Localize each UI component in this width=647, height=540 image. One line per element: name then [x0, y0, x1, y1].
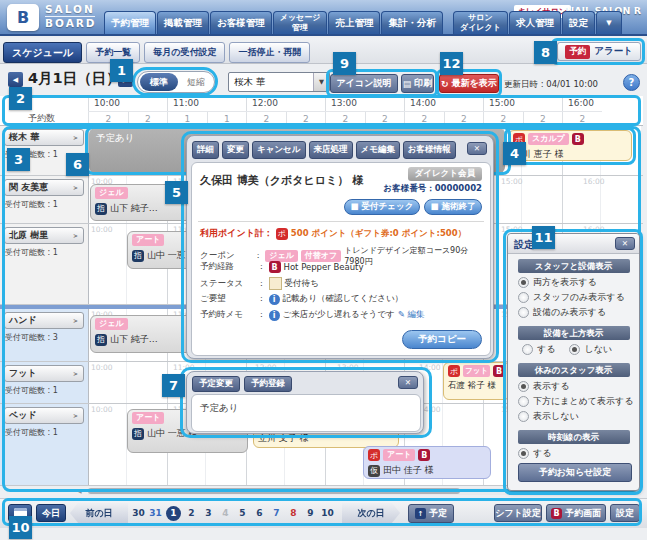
radio-icon[interactable]	[518, 277, 529, 288]
staff-button-sakuragi[interactable]: 桜木 華＞	[4, 129, 84, 146]
copy-booking-button[interactable]: 予約コピー	[402, 330, 482, 349]
booking-card-ishiwata[interactable]: ポフットB 石渡 裕子 様	[443, 362, 510, 400]
date-number[interactable]: 4	[219, 508, 232, 518]
callout-2: 2	[9, 87, 32, 110]
detail-popup-button[interactable]: キャンセル	[252, 141, 306, 159]
nav-tab[interactable]: 求人管理	[509, 11, 561, 34]
nav-tab[interactable]: 集計・分析	[381, 11, 443, 34]
detail-popup-button[interactable]: お客様情報	[403, 141, 456, 159]
prev-day-button[interactable]: 前の日	[70, 503, 128, 523]
nav-tab[interactable]: サロン ダイレクト	[453, 11, 508, 34]
radio-icon[interactable]	[522, 344, 533, 355]
booking-notification-settings-button[interactable]: 予約お知らせ設定	[518, 463, 632, 482]
subnav-button[interactable]: 毎月の受付設定	[144, 42, 225, 63]
date-number[interactable]: 30	[132, 508, 145, 518]
radio-option[interactable]: 表示する	[518, 379, 639, 394]
staff-button-kitahara[interactable]: 北原 樹里＞	[4, 227, 84, 244]
date-number[interactable]: 2	[185, 508, 198, 518]
booking-card-tanaka[interactable]: ポアートB 仮田中 佳子 様	[363, 446, 491, 479]
date-number[interactable]: 8	[287, 508, 300, 518]
nav-tab[interactable]: お客様管理	[210, 11, 272, 34]
nav-tab[interactable]: 売上管理	[328, 11, 380, 34]
radio-icon[interactable]	[518, 381, 529, 392]
subnav-button[interactable]: 一括停止・再開	[229, 42, 310, 63]
menu-badge: ジェル	[95, 187, 128, 199]
view-mode-toggle[interactable]: 標準 短縮	[137, 71, 215, 93]
radio-icon[interactable]	[518, 396, 529, 407]
radio-option[interactable]: しない	[569, 342, 612, 357]
booking-screen-button[interactable]: B 予約画面	[546, 504, 606, 522]
bottom-settings-button[interactable]: 設定	[610, 504, 640, 522]
radio-option[interactable]: 表示しない	[518, 409, 639, 424]
detail-popup-button[interactable]: 詳細	[192, 141, 219, 159]
radio-icon[interactable]	[518, 292, 529, 303]
detail-popup-button[interactable]: 変更	[222, 141, 249, 159]
close-icon[interactable]: ✕	[615, 237, 635, 250]
detail-popup-buttons: 詳細変更キャンセル来店処理メモ編集お客様情報	[192, 141, 456, 159]
radio-option[interactable]: スタッフのみ表示する	[518, 290, 639, 305]
scroll-left-arrow-icon[interactable]: ◀	[77, 487, 82, 494]
change-plan-button[interactable]: 予定変更	[192, 376, 240, 392]
next-day-button[interactable]: 次の日	[342, 503, 400, 523]
equipment-button-hand[interactable]: ハンド＞	[4, 312, 84, 329]
detail-popup-button[interactable]: 来店処理	[309, 141, 353, 159]
radio-icon[interactable]	[518, 411, 529, 422]
request-row: ご要望： i 記載あり（確認してください）	[200, 293, 403, 305]
staff-button-seki[interactable]: 関 友美恵＞	[4, 179, 84, 196]
radio-option[interactable]: 設備のみ表示する	[518, 305, 639, 320]
memo-edit-link[interactable]: ✎ 編集	[398, 309, 425, 321]
booking-card-yamashita-hand[interactable]: ジェル 指山下 純子…	[90, 315, 194, 353]
plan-button[interactable]: ↑ 予定	[408, 504, 454, 523]
toggle-standard[interactable]: 標準	[140, 73, 178, 91]
date-number[interactable]: 1	[166, 506, 181, 521]
date-number[interactable]: 9	[304, 508, 317, 518]
date-number[interactable]: 3	[202, 508, 215, 518]
print-button[interactable]: ▤ 印刷	[401, 74, 434, 93]
brand-text: SALON BOARD	[45, 3, 97, 30]
date-number[interactable]: 31	[149, 508, 162, 518]
close-icon[interactable]: ✕	[467, 142, 487, 155]
equipment-button-bed[interactable]: ベッド＞	[4, 407, 84, 424]
close-icon[interactable]: ✕	[398, 376, 418, 389]
toggle-short[interactable]: 短縮	[178, 76, 214, 89]
radio-option[interactable]: する	[522, 342, 555, 357]
date-number[interactable]: 10	[321, 508, 334, 518]
subnav-button[interactable]: スケジュール	[3, 42, 82, 63]
help-icon[interactable]: ?	[623, 74, 640, 91]
reservation-count-cell: 2	[444, 112, 484, 126]
register-booking-button[interactable]: 予約登録	[244, 376, 292, 392]
date-number[interactable]: 6	[253, 508, 266, 518]
nav-tab[interactable]: メッセージ 管理	[273, 11, 328, 34]
reservation-count-cell: 2	[88, 112, 128, 126]
prev-date-arrow-button[interactable]: ◀	[8, 72, 23, 87]
booking-card-ishikawa[interactable]: ポスカルプB 石川 恵子 様	[508, 130, 632, 161]
radio-icon[interactable]	[518, 448, 529, 459]
treatment-done-button[interactable]: ■ 施術終了	[424, 199, 482, 215]
schedule-popup: 予定変更 予約登録 ✕ 予定あり	[186, 371, 424, 434]
reception-check-button[interactable]: ■ 受付チェック	[344, 199, 420, 215]
today-button[interactable]: 今日	[36, 504, 66, 522]
date-number[interactable]: 7	[270, 508, 283, 518]
radio-icon[interactable]	[518, 307, 529, 318]
nav-tab[interactable]: 予約管理	[104, 11, 156, 34]
radio-option[interactable]: 両方を表示する	[518, 275, 639, 290]
radio-icon[interactable]	[569, 344, 580, 355]
reservation-alert-button[interactable]: 予約 アラート	[557, 42, 641, 61]
detail-popup-button[interactable]: メモ編集	[356, 141, 400, 159]
nav-tab[interactable]: 設定	[562, 11, 595, 34]
nav-tab[interactable]: 掲載管理	[157, 11, 209, 34]
scrollbar-thumb[interactable]	[88, 488, 460, 494]
icon-help-button[interactable]: アイコン説明	[330, 74, 398, 93]
salon-board-app: B SALON BOARD キレイサロン NAIL SALON R 予約管理掲載…	[0, 0, 647, 540]
menu-badge: アート	[132, 412, 164, 424]
radio-option[interactable]: 下方にまとめて表示する	[518, 394, 639, 409]
hotpepper-icon: B	[493, 365, 505, 377]
equipment-button-foot[interactable]: フット＞	[4, 365, 84, 382]
staff-select-dropdown[interactable]: 桜木 華 ▼	[228, 72, 330, 92]
nav-tab[interactable]: ▼	[596, 11, 622, 34]
radio-option[interactable]: する	[518, 446, 639, 461]
chevron-right-icon: ＞	[72, 133, 79, 143]
date-number[interactable]: 5	[236, 508, 249, 518]
refresh-button[interactable]: ↻ 最新を表示	[439, 74, 499, 93]
shift-settings-button[interactable]: シフト設定	[494, 504, 542, 522]
